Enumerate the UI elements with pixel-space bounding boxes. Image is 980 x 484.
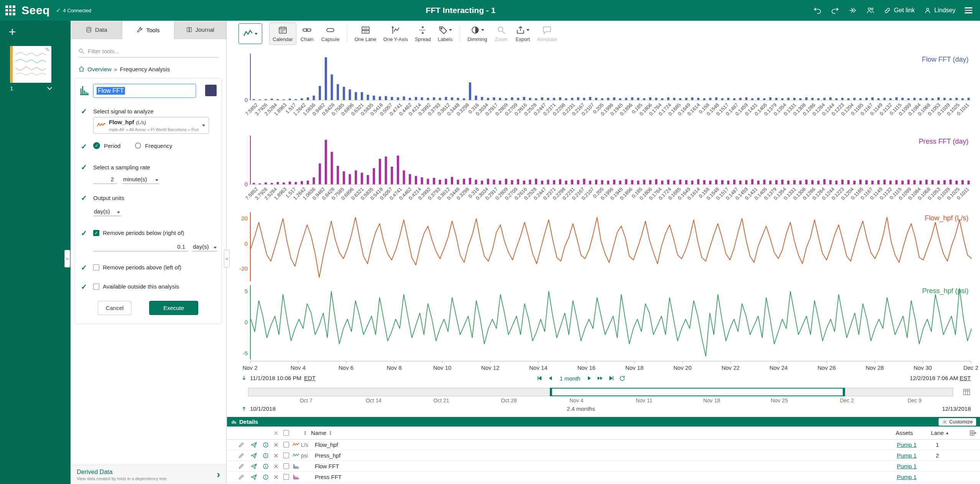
skip-end-icon[interactable] xyxy=(608,375,615,382)
select-all-checkbox[interactable] xyxy=(283,430,289,436)
toolbar-button-spread[interactable]: Spread xyxy=(411,23,434,45)
step-forward-icon[interactable] xyxy=(586,375,593,382)
range-slider-track[interactable] xyxy=(248,388,953,396)
investigate-range-end[interactable]: 12/13/2018 xyxy=(942,405,971,412)
row-send-icon[interactable] xyxy=(248,463,260,469)
row-remove-icon[interactable] xyxy=(271,453,281,458)
customize-button[interactable]: Customize xyxy=(939,418,976,426)
remove-below-input[interactable]: 0.1 xyxy=(93,241,188,251)
collapse-panel-handle[interactable]: « xyxy=(224,250,230,267)
toolbar-button-labels[interactable]: Labels xyxy=(434,23,456,45)
signal-select[interactable]: Flow_hpf (L/s) mple-AF » All Areas » Pi … xyxy=(93,117,209,134)
tab-journal[interactable]: Journal xyxy=(174,21,226,39)
column-name[interactable]: Name xyxy=(311,430,326,436)
collapse-rail-handle[interactable]: « xyxy=(64,250,70,267)
bulk-remove-icon[interactable] xyxy=(271,430,281,436)
row-name[interactable]: Press_hpf xyxy=(315,452,341,459)
seeq-logo[interactable]: Seeq xyxy=(21,4,50,17)
row-remove-icon[interactable] xyxy=(271,442,281,448)
display-range-end-tz[interactable]: EST xyxy=(960,375,971,381)
row-checkbox[interactable] xyxy=(283,474,289,480)
edit-worksheet-icon[interactable]: ✎ xyxy=(45,46,50,53)
range-selection-window[interactable] xyxy=(550,388,845,396)
user-menu[interactable]: Lindsey xyxy=(924,7,955,14)
flow-hpf-lane[interactable]: Flow_hpf (L/s) 200-20 xyxy=(250,212,971,281)
radio-period-label[interactable]: Period xyxy=(104,143,120,149)
home-icon[interactable] xyxy=(78,66,85,72)
row-send-icon[interactable] xyxy=(248,474,260,480)
details-row-press-hpf[interactable]: psiPress_hpfPump 12 xyxy=(227,450,980,461)
row-edit-icon[interactable] xyxy=(235,441,248,448)
output-units-select[interactable]: day(s) xyxy=(93,206,121,216)
row-send-icon[interactable] xyxy=(248,452,260,459)
radio-frequency[interactable] xyxy=(135,143,141,149)
undo-icon[interactable] xyxy=(813,6,822,15)
present-icon[interactable] xyxy=(848,6,857,15)
view-mode-button[interactable] xyxy=(238,23,262,44)
derived-data-footer[interactable]: Derived Data View data created by tools … xyxy=(71,465,226,484)
toolbar-button-capsule[interactable]: Capsule xyxy=(318,23,343,45)
row-info-icon[interactable] xyxy=(260,453,271,459)
details-row-press-fft[interactable]: Press FFTPump 1 xyxy=(227,472,980,482)
row-send-icon[interactable] xyxy=(248,441,260,448)
press-fft-lane[interactable]: Press FFT (day) 0 xyxy=(250,136,971,185)
range-options-icon[interactable] xyxy=(962,388,971,396)
sort-type-icon[interactable]: ▲▼ xyxy=(301,430,309,436)
available-outside-checkbox[interactable] xyxy=(93,284,99,290)
toolbar-button-dimming[interactable]: Dimming xyxy=(464,23,490,45)
details-row-flow-fft[interactable]: Flow FFTPump 1 xyxy=(227,461,980,472)
display-range-end[interactable]: 12/2/2018 7:06 AM EST xyxy=(910,375,971,381)
row-asset-link[interactable]: Pump 1 xyxy=(897,474,917,480)
add-worksheet-button[interactable]: + xyxy=(5,25,19,39)
color-swatch-button[interactable] xyxy=(205,85,217,96)
row-asset-link[interactable]: Pump 1 xyxy=(897,463,917,469)
row-asset-link[interactable]: Pump 1 xyxy=(897,441,917,448)
press-hpf-lane[interactable]: Press_hpf (psi) 50-5 xyxy=(250,285,971,359)
add-column-icon[interactable] xyxy=(969,429,977,437)
get-link-button[interactable]: Get link xyxy=(884,7,915,14)
duration-button[interactable]: 1 month xyxy=(559,375,580,382)
row-name[interactable]: Flow FFT xyxy=(315,463,339,469)
remove-above-label[interactable]: Remove periods above (left of) xyxy=(103,264,181,271)
remove-above-checkbox[interactable] xyxy=(93,264,99,271)
row-info-icon[interactable] xyxy=(260,442,271,448)
refresh-icon[interactable] xyxy=(619,375,626,382)
tab-tools[interactable]: Tools xyxy=(122,21,174,39)
sampling-units-select[interactable]: minute(s) xyxy=(122,174,159,184)
flow-fft-lane[interactable]: Flow FFT (day) 0 xyxy=(250,54,971,100)
row-edit-icon[interactable] xyxy=(235,452,248,459)
row-edit-icon[interactable] xyxy=(235,474,248,480)
execute-button[interactable]: Execute xyxy=(149,301,198,315)
remove-below-units-select[interactable]: day(s) xyxy=(192,241,217,251)
fast-forward-icon[interactable] xyxy=(597,375,604,382)
worksheet-thumbnail[interactable]: ✎ xyxy=(10,46,51,83)
cancel-button[interactable]: Cancel xyxy=(98,301,132,315)
column-assets[interactable]: Assets xyxy=(896,430,913,436)
toolbar-button-calendar[interactable]: Calendar xyxy=(269,23,296,45)
column-lane[interactable]: Lane ▲ xyxy=(931,430,949,436)
row-asset-link[interactable]: Pump 1 xyxy=(897,452,917,459)
result-name-input[interactable]: Flow FFT xyxy=(93,84,196,98)
sampling-rate-input[interactable]: 2 xyxy=(93,174,117,184)
radio-period[interactable]: ✓ xyxy=(93,142,100,149)
toolbar-button-export[interactable]: Export xyxy=(512,23,533,45)
row-info-icon[interactable] xyxy=(260,463,271,469)
toolbar-button-chain[interactable]: Chain xyxy=(296,23,318,45)
row-checkbox[interactable] xyxy=(283,463,289,469)
tab-data[interactable]: Data xyxy=(71,21,122,39)
sort-name-icon[interactable]: ▲▼ xyxy=(326,430,335,436)
row-info-icon[interactable] xyxy=(260,474,271,480)
hamburger-menu-icon[interactable] xyxy=(965,7,972,13)
time-axis[interactable]: Nov 2Nov 4Nov 6Nov 8Nov 10Nov 12Nov 14No… xyxy=(250,361,971,374)
toolbar-button-one-y-axis[interactable]: One Y-Axis xyxy=(380,23,411,45)
row-checkbox[interactable] xyxy=(283,453,289,458)
collapse-worksheets-icon[interactable] xyxy=(47,85,52,90)
skip-start-icon[interactable] xyxy=(536,375,543,382)
row-edit-icon[interactable] xyxy=(235,463,248,469)
row-remove-icon[interactable] xyxy=(271,474,281,480)
collaborators-icon[interactable] xyxy=(866,6,875,15)
row-remove-icon[interactable] xyxy=(271,464,281,469)
row-name[interactable]: Flow_hpf xyxy=(315,441,338,448)
row-name[interactable]: Press FFT xyxy=(315,474,342,480)
available-outside-label[interactable]: Available outside this analysis xyxy=(103,283,179,290)
